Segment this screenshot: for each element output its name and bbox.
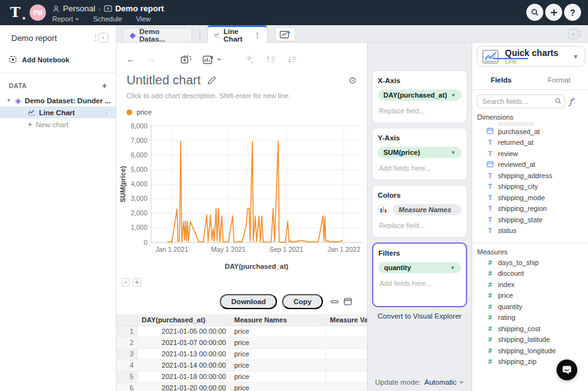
dimension-item-review[interactable]: Treview (477, 148, 588, 159)
table-row[interactable]: 32021-01-13 00:00:00price (117, 348, 368, 360)
table-row[interactable]: 52021-01-18 00:00:00price (117, 371, 368, 382)
search-button[interactable] (526, 4, 543, 21)
measure-name-cell: price (230, 382, 326, 391)
table-column-header[interactable]: Measure Value (326, 314, 368, 326)
add-data-button[interactable]: + (102, 81, 107, 91)
filters-drop-placeholder[interactable]: Add fields here... (378, 280, 461, 287)
table-row[interactable]: 42021-01-14 00:00:00price (117, 360, 368, 371)
date-cell: 2021-01-20 00:00:00 (138, 382, 230, 391)
chart-title[interactable]: Untitled chart (127, 73, 201, 88)
sidebar-item-line-chart[interactable]: Line Chart ⋮ (0, 106, 116, 118)
sort-descending-button[interactable] (287, 55, 297, 64)
menu-view[interactable]: View (136, 15, 151, 23)
table-column-header[interactable]: Measure Names (230, 314, 326, 326)
tab-fields[interactable]: Fields (472, 72, 530, 89)
minimize-table-button[interactable] (331, 299, 339, 304)
legend-swatch (127, 110, 132, 115)
tab-demo-dataset[interactable]: ◈ Demo Datas... (123, 28, 192, 43)
measure-item-shipping_longitude[interactable]: #shipping_longitude (477, 345, 588, 356)
filters-field-pill[interactable]: quantity ▼ (378, 262, 461, 273)
measure-item-shipping_latitude[interactable]: #shipping_latitude (477, 334, 588, 346)
sidebar-report-title: Demo report (11, 33, 57, 43)
left-sidebar: Demo report ‹ Add Notebook DATA + ▼ ◈ De… (0, 25, 116, 391)
move-field-button[interactable] (244, 55, 254, 64)
table-column-header[interactable]: DAY(purchased_at) (138, 314, 230, 326)
add-formula-button[interactable]: ƒ+ (569, 96, 575, 106)
tab-line-chart[interactable]: Line Chart ⋮ (207, 25, 268, 43)
chat-widget-button[interactable] (557, 360, 577, 380)
chart-toolbar: ← → (116, 43, 367, 67)
dimension-item-purchased_at[interactable]: purchased_at (477, 126, 588, 137)
kebab-menu-icon[interactable]: ⋮ (254, 31, 261, 38)
app-logo-icon[interactable]: T (10, 4, 26, 20)
dimension-item-shipping_city[interactable]: Tshipping_city (477, 181, 588, 193)
maximize-table-button[interactable] (344, 298, 352, 305)
breadcrumb-workspace[interactable]: Personal (63, 4, 95, 13)
chart-remove-icon (203, 55, 214, 64)
zoom-out-button[interactable]: − (122, 278, 130, 286)
chart-description-placeholder[interactable]: Click to add chart description. Shift-en… (116, 88, 367, 99)
calendar-icon (487, 161, 494, 169)
sidebar-item-dataset[interactable]: ▼ ◈ Demo Dataset: Dunder ... (0, 94, 116, 106)
menu-schedule[interactable]: Schedule (93, 15, 122, 23)
kebab-menu-icon[interactable]: ⋮ (103, 109, 110, 116)
convert-to-visual-explorer-link[interactable]: Convert to Visual Explorer (372, 312, 467, 320)
duplicate-chart-button[interactable] (181, 55, 191, 64)
chevron-down-icon[interactable]: ▼ (6, 98, 11, 103)
dimension-item-shipping_region[interactable]: Tshipping_region (477, 203, 588, 215)
colors-field-pill[interactable]: Measure Names (393, 204, 461, 215)
table-row[interactable]: 22021-01-07 00:00:00price (117, 337, 368, 348)
tab-format[interactable]: Format (530, 72, 588, 89)
chart-settings-gear-icon[interactable]: ⚙ (349, 75, 357, 86)
y-axis-drop-placeholder[interactable]: Add fields here... (378, 164, 461, 172)
plus-icon (550, 9, 558, 16)
download-button[interactable]: Download (220, 294, 277, 309)
dimension-item-reviewed_at[interactable]: reviewed_at (477, 159, 588, 171)
measure-item-days_to_ship[interactable]: #days_to_ship (477, 257, 588, 268)
table-column-header[interactable] (117, 314, 138, 326)
x-axis-drop-placeholder[interactable]: Replace field... (378, 107, 461, 115)
row-index-cell: 6 (117, 382, 138, 391)
search-fields-input[interactable] (477, 94, 565, 108)
measure-item-index[interactable]: #index (477, 279, 588, 290)
breadcrumb-report-title[interactable]: Demo report (115, 4, 164, 13)
line-chart[interactable]: 01,0002,0003,0004,0005,0006,0007,0008,00… (116, 117, 367, 275)
collapse-sidebar-button[interactable]: ‹ (95, 33, 108, 43)
sidebar-item-new-chart[interactable]: + New chart (0, 118, 116, 130)
sort-ascending-button[interactable] (266, 55, 276, 64)
y-axis-field-pill[interactable]: SUM(price) ▼ (378, 147, 461, 158)
update-mode-dropdown[interactable]: Automatic (424, 378, 464, 386)
new-chart-tab-button[interactable] (275, 27, 295, 42)
dimension-item-status[interactable]: Tstatus (477, 225, 588, 237)
edit-pencil-icon[interactable] (207, 76, 216, 85)
add-button[interactable] (545, 4, 562, 21)
divider (472, 242, 588, 243)
redo-button[interactable]: → (147, 54, 155, 64)
zoom-in-button[interactable]: + (133, 278, 141, 286)
measure-item-price[interactable]: #price (477, 290, 588, 302)
copy-button[interactable]: Copy (282, 294, 323, 309)
dimension-item-shipping_mode[interactable]: Tshipping_mode (477, 192, 588, 203)
avatar[interactable]: PM (30, 4, 46, 21)
dimension-item-returned_at[interactable]: Treturned_at (477, 137, 588, 149)
undo-button[interactable]: ← (127, 54, 135, 64)
measure-item-quantity[interactable]: #quantity (477, 301, 588, 312)
colors-drop-placeholder[interactable]: Replace field... (378, 222, 461, 229)
dimension-item-shipping_address[interactable]: Tshipping_address (477, 170, 588, 181)
remove-chart-button[interactable] (203, 55, 222, 64)
menu-report[interactable]: Report (52, 15, 79, 23)
table-row[interactable]: 62021-01-20 00:00:00price (117, 382, 368, 391)
help-button[interactable]: ? (564, 4, 581, 21)
measure-item-shipping_cost[interactable]: #shipping_cost (477, 323, 588, 334)
measure-item-discount[interactable]: #discount (477, 268, 588, 280)
chevron-down-icon: ▼ (450, 265, 455, 271)
expand-panel-button[interactable]: › (568, 29, 580, 39)
text-type-icon: T (487, 227, 494, 234)
dimension-item-shipping_state[interactable]: Tshipping_state (477, 214, 588, 225)
quick-charts-selector[interactable]: Quick charts Line ▼ (477, 46, 585, 67)
legend-label[interactable]: price (137, 108, 152, 116)
table-row[interactable]: 12021-01-05 00:00:00price (117, 326, 368, 337)
add-notebook-button[interactable]: Add Notebook (9, 55, 116, 64)
measure-item-rating[interactable]: #rating (477, 312, 588, 324)
x-axis-field-pill[interactable]: DAY(purchased_at) ▼ (378, 89, 461, 101)
